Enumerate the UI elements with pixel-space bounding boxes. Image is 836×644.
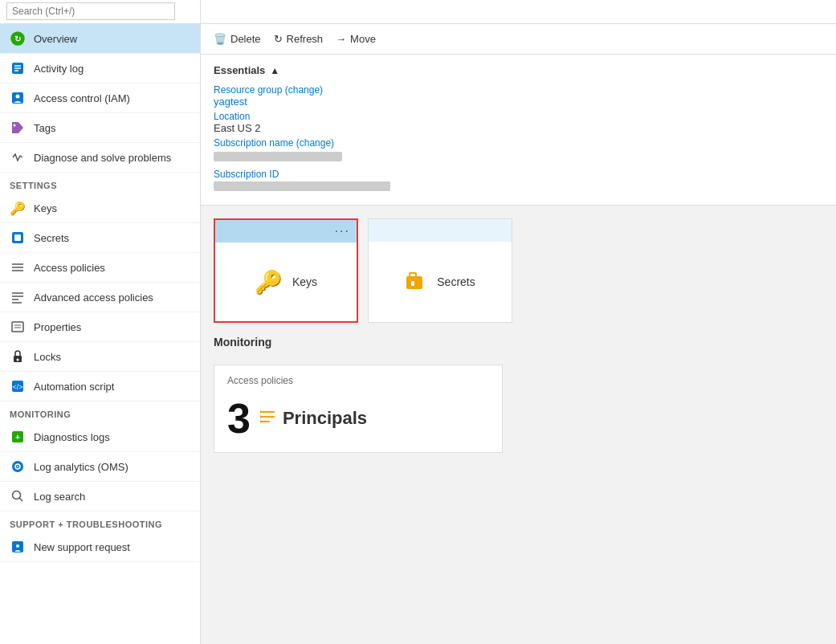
svg-point-33 <box>16 544 19 548</box>
monitoring-section-label: MONITORING <box>0 401 200 422</box>
sidebar-item-log-search[interactable]: Log search <box>0 482 200 512</box>
log-search-icon <box>10 488 26 504</box>
refresh-label: Refresh <box>287 33 324 45</box>
essentials-section: Essentials ▲ Resource group (change) yag… <box>201 55 836 206</box>
location-value: East US 2 <box>214 122 823 134</box>
sidebar-item-activity-log[interactable]: Activity log <box>0 54 200 84</box>
sidebar-item-keys[interactable]: 🔑 Keys <box>0 194 200 223</box>
diagnose-icon <box>10 149 26 165</box>
sidebar-item-diagnostics-logs[interactable]: + Diagnostics logs <box>0 422 200 452</box>
sidebar-item-diagnose[interactable]: Diagnose and solve problems <box>0 143 200 173</box>
sidebar-item-activity-log-label: Activity log <box>34 63 84 75</box>
sidebar-item-access-policies-label: Access policies <box>34 262 105 274</box>
access-control-icon <box>10 90 26 106</box>
secrets-card-header <box>369 219 512 242</box>
sidebar-item-advanced-access-policies[interactable]: Advanced access policies <box>0 283 200 312</box>
refresh-icon: ↻ <box>274 33 283 45</box>
activity-log-icon <box>10 60 26 76</box>
location-label: Location <box>214 111 823 122</box>
subscription-name-value <box>214 150 823 165</box>
svg-marker-42 <box>260 420 263 423</box>
essentials-chevron-icon: ▲ <box>270 65 279 76</box>
svg-point-29 <box>17 466 18 467</box>
sidebar-item-properties[interactable]: Properties <box>0 312 200 342</box>
locks-icon <box>10 348 26 365</box>
svg-rect-10 <box>14 234 21 241</box>
sidebar-item-secrets-label: Secrets <box>34 232 69 244</box>
sidebar-item-automation-script[interactable]: </> Automation script <box>0 372 200 401</box>
svg-marker-40 <box>260 410 263 414</box>
sidebar-item-access-control[interactable]: Access control (IAM) <box>0 84 200 113</box>
key-icon: 🔑 <box>255 269 283 296</box>
keys-card[interactable]: ··· 🔑 Keys <box>214 218 358 323</box>
sidebar-item-diagnose-label: Diagnose and solve problems <box>34 152 171 164</box>
log-analytics-icon <box>10 459 26 475</box>
subscription-id-label: Subscription ID <box>214 169 823 180</box>
sidebar-item-tags[interactable]: Tags <box>0 113 200 143</box>
refresh-button[interactable]: ↻ Refresh <box>274 33 324 45</box>
secrets-card-body: Secrets <box>369 242 512 322</box>
svg-rect-18 <box>12 322 23 332</box>
sidebar-item-locks-label: Locks <box>34 351 61 363</box>
cards-area: ··· 🔑 Keys <box>201 206 836 466</box>
principals-count: 3 <box>227 394 251 442</box>
subscription-name-label[interactable]: Subscription name (change) <box>214 137 823 149</box>
toolbar: 🗑️ Delete ↻ Refresh → Move <box>201 24 836 55</box>
subscription-id-blurred <box>214 181 390 191</box>
diagnostics-logs-icon: + <box>10 429 26 445</box>
monitoring-subtitle: Access policies <box>227 375 489 386</box>
subscription-id-value <box>214 180 823 195</box>
keys-card-label: Keys <box>292 275 317 288</box>
svg-text:↻: ↻ <box>14 35 21 43</box>
support-section-label: SUPPORT + TROUBLESHOOTING <box>0 512 200 532</box>
secrets-card[interactable]: Secrets <box>368 218 512 323</box>
sidebar-item-overview-label: Overview <box>34 33 77 45</box>
svg-point-22 <box>17 359 19 361</box>
monitoring-section[interactable]: Access policies 3 <box>214 365 503 453</box>
secrets-card-icon <box>405 270 427 295</box>
essentials-header: Essentials ▲ <box>214 64 823 76</box>
keys-card-dots-icon[interactable]: ··· <box>335 224 350 238</box>
principals-label: Principals <box>283 408 367 429</box>
sidebar: ↻ Overview Activity log <box>0 24 201 644</box>
keys-icon: 🔑 <box>10 200 26 216</box>
settings-section-label: SETTINGS <box>0 173 200 194</box>
essentials-title: Essentials <box>214 64 265 76</box>
svg-marker-41 <box>260 415 263 418</box>
sidebar-item-access-policies[interactable]: Access policies <box>0 253 200 283</box>
delete-icon: 🗑️ <box>214 33 226 45</box>
sidebar-item-secrets[interactable]: Secrets <box>0 223 200 253</box>
sidebar-item-overview[interactable]: ↻ Overview <box>0 24 200 54</box>
sidebar-item-automation-script-label: Automation script <box>34 381 114 393</box>
svg-text:</>: </> <box>12 383 22 391</box>
sidebar-item-locks[interactable]: Locks <box>0 342 200 372</box>
automation-script-icon: </> <box>10 378 26 394</box>
secrets-icon <box>10 230 26 246</box>
sidebar-item-diagnostics-logs-label: Diagnostics logs <box>34 431 110 443</box>
resource-group-value[interactable]: yagtest <box>214 96 823 108</box>
move-icon: → <box>336 33 346 45</box>
move-label: Move <box>350 33 376 45</box>
access-policies-icon <box>10 259 26 275</box>
sidebar-item-advanced-access-policies-label: Advanced access policies <box>34 291 153 304</box>
main-content: 🗑️ Delete ↻ Refresh → Move Essentials ▲ … <box>201 24 836 644</box>
advanced-access-policies-icon <box>10 289 26 305</box>
sidebar-item-log-search-label: Log search <box>34 491 85 503</box>
keys-card-body: 🔑 Keys <box>215 243 357 321</box>
delete-button[interactable]: 🗑️ Delete <box>214 33 261 45</box>
monitoring-title-label: Monitoring <box>214 336 823 348</box>
properties-icon <box>10 319 26 335</box>
sidebar-item-log-analytics[interactable]: Log analytics (OMS) <box>0 452 200 482</box>
cards-row: ··· 🔑 Keys <box>214 218 823 323</box>
resource-group-label[interactable]: Resource group (change) <box>214 84 823 96</box>
sidebar-item-keys-label: Keys <box>34 202 57 214</box>
move-button[interactable]: → Move <box>336 33 376 45</box>
overview-icon: ↻ <box>10 31 26 47</box>
svg-point-8 <box>14 124 16 127</box>
sidebar-item-new-support[interactable]: New support request <box>0 532 200 562</box>
svg-text:+: + <box>15 433 20 442</box>
new-support-icon <box>10 539 26 555</box>
monitoring-count: 3 Principals <box>227 394 489 442</box>
search-input[interactable] <box>6 2 175 20</box>
sidebar-item-new-support-label: New support request <box>34 541 130 553</box>
